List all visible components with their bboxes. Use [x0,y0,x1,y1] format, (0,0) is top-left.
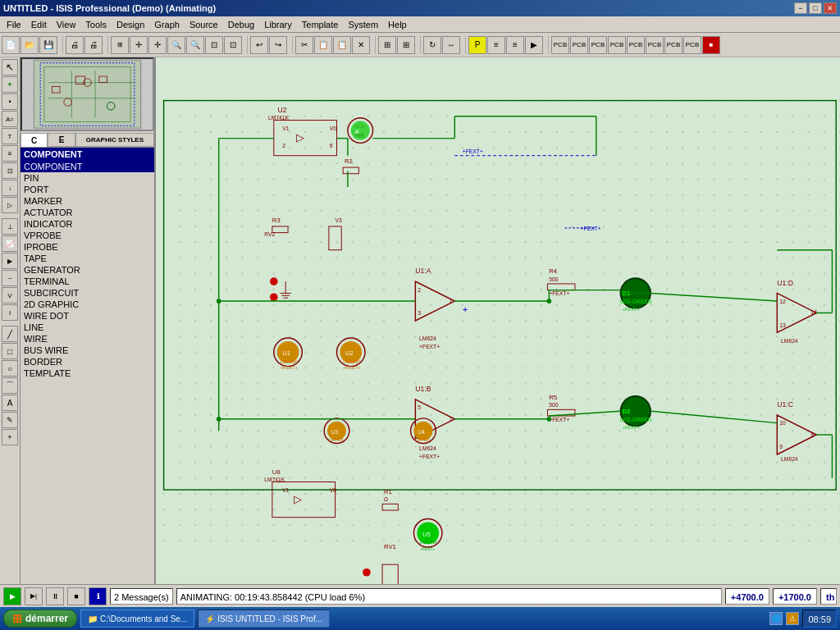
text2-tool[interactable]: A [2,395,18,411]
list-item-line[interactable]: LINE [21,322,154,333]
volt-probe[interactable]: V [2,287,18,304]
menu-file[interactable]: File [2,18,26,31]
list-item-actuator[interactable]: ACTUATOR [21,207,154,218]
list-item-terminal[interactable]: TERMINAL [21,276,154,287]
junction-tool[interactable]: • [2,94,18,110]
list-item-wiredot[interactable]: WIRE DOT [21,310,154,322]
pcb7-button[interactable]: PCB [664,36,682,54]
taskbar-isis[interactable]: ⚡ ISIS UNTITLED - ISIS Prof... [198,609,330,628]
list-item-buswire[interactable]: BUS WIRE [21,345,154,356]
list-item-border[interactable]: BORDER [21,356,154,368]
open-button[interactable]: 📂 [21,36,39,54]
text-tool[interactable]: T [2,128,18,144]
list-item-generator[interactable]: GENERATOR [21,264,154,276]
menu-view[interactable]: View [52,18,81,31]
bus-tool[interactable]: ≡ [2,145,18,162]
play-button[interactable]: ▶ [3,587,21,605]
origin-button[interactable]: ✛ [130,36,148,54]
list-item-marker[interactable]: MARKER [21,195,154,207]
mirror-button[interactable]: ↔ [442,36,460,54]
copy-button[interactable]: 📋 [314,36,332,54]
taskbar-folder[interactable]: 📁 C:\Documents and Se... [80,609,194,628]
port-tool[interactable]: ▷ [2,197,18,213]
wire-label-tool[interactable]: A= [2,111,18,127]
tab-graphic[interactable]: GRAPHIC STYLES [75,133,154,147]
menu-design[interactable]: Design [112,18,149,31]
print-button[interactable]: 🖨 [66,36,84,54]
new-button[interactable]: 📄 [2,36,20,54]
menu-help[interactable]: Help [383,18,412,31]
arc-tool[interactable]: ⌒ [2,377,18,394]
start-button[interactable]: ⊞ démarrer [3,609,77,628]
undo-button[interactable]: ↩ [250,36,268,54]
zoomin-button[interactable]: 🔍 [167,36,185,54]
tab-components[interactable]: C [21,133,48,147]
tab-edit[interactable]: E [48,133,75,147]
pcb2-button[interactable]: PCB [570,36,588,54]
list-item-pin[interactable]: PIN [21,172,154,184]
rotate-button[interactable]: ↻ [423,36,441,54]
info-button[interactable]: ℹ [89,587,107,605]
redo-button[interactable]: ↪ [269,36,287,54]
simulate-button[interactable]: ▶ [525,36,543,54]
schematic-area[interactable]: U2 LM741K ▷ V1 V0 2 6 ⊂⊃ mils A R2 [156,57,840,584]
cut-button[interactable]: ✂ [295,36,313,54]
menu-library[interactable]: Library [259,18,297,31]
marker-tool[interactable]: + [2,429,18,445]
close-button[interactable]: ✕ [824,2,837,14]
list-item-subcircuit[interactable]: SUBCIRCUIT [21,287,154,299]
menu-system[interactable]: System [343,18,383,31]
paste-button[interactable]: 📋 [333,36,351,54]
select-tool[interactable]: ↖ [2,59,18,75]
sym-tool[interactable]: ✎ [2,412,18,428]
prop-button[interactable]: P [468,36,486,54]
list-item-2dgraphic[interactable]: 2D GRAPHIC [21,299,154,310]
step-button[interactable]: ▶| [25,587,43,605]
pcb6-button[interactable]: PCB [646,36,664,54]
block-move-button[interactable]: ⊞ [397,36,415,54]
menu-edit[interactable]: Edit [26,18,52,31]
menu-debug[interactable]: Debug [223,18,259,31]
stop-button[interactable]: ■ [67,587,85,605]
menu-template[interactable]: Template [297,18,344,31]
terminal-tool[interactable]: ↓ [2,180,18,196]
pcb9-button[interactable]: ■ [702,36,720,54]
pcb-button[interactable]: PCB [551,36,569,54]
line-tool[interactable]: ╱ [2,326,18,342]
circle-tool[interactable]: ○ [2,360,18,377]
list-item-indicator[interactable]: INDICATOR [21,218,154,230]
block-copy-button[interactable]: ⊞ [378,36,396,54]
menu-graph[interactable]: Graph [149,18,185,31]
minimize-button[interactable]: − [794,2,807,14]
component-tool[interactable]: + [2,76,18,93]
gen-tool[interactable]: ~ [2,270,18,286]
maximize-button[interactable]: □ [809,2,822,14]
pcb3-button[interactable]: PCB [589,36,607,54]
pause-button[interactable]: ⏸ [46,587,64,605]
list-item-iprobe[interactable]: IPROBE [21,241,154,253]
box-tool[interactable]: □ [2,343,18,359]
list-item-component[interactable]: COMPONENT [21,161,154,172]
grid-button[interactable]: ⊞ [111,36,129,54]
list-item-tape[interactable]: TAPE [21,253,154,264]
graph-tool[interactable]: 📈 [2,235,18,252]
cursor-button[interactable]: ✛ [148,36,167,54]
list-item-port[interactable]: PORT [21,184,154,195]
menu-source[interactable]: Source [185,18,223,31]
tape-tool[interactable]: ▶ [2,253,18,269]
print2-button[interactable]: 🖨 [84,36,103,54]
subcircuit-tool[interactable]: ⊡ [2,162,18,179]
list-item-template[interactable]: TEMPLATE [21,368,154,379]
pcb8-button[interactable]: PCB [683,36,701,54]
zoom100-button[interactable]: ⊡ [224,36,242,54]
zoomfit-button[interactable]: ⊡ [205,36,223,54]
list-item-wire[interactable]: WIRE [21,333,154,345]
delete-button[interactable]: ✕ [352,36,370,54]
pin-tool[interactable]: ⊥ [2,218,18,235]
netlist2-button[interactable]: ≡ [506,36,524,54]
menu-tools[interactable]: Tools [80,18,112,31]
zoomout-button[interactable]: 🔍 [186,36,204,54]
pcb4-button[interactable]: PCB [608,36,626,54]
pcb5-button[interactable]: PCB [627,36,645,54]
curr-probe[interactable]: I [2,304,18,321]
